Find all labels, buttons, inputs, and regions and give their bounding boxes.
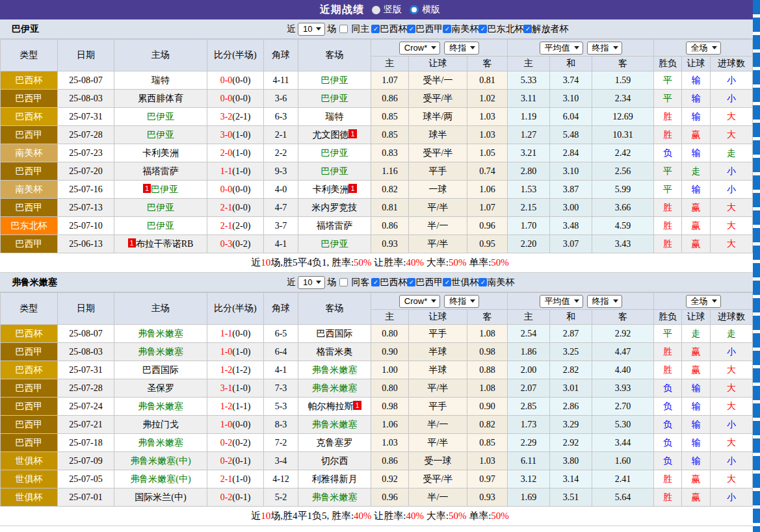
avg-draw: 3.80 bbox=[550, 452, 592, 470]
avg-away: 1.59 bbox=[592, 71, 654, 90]
result-goals: 小 bbox=[711, 71, 753, 90]
summary-stat-value: 50% bbox=[354, 257, 372, 268]
avg-away: 3.44 bbox=[592, 434, 654, 452]
same-venue-checkbox[interactable] bbox=[339, 278, 348, 286]
radio-unselected-icon[interactable] bbox=[410, 5, 419, 14]
corner-score: 3-7 bbox=[264, 217, 298, 235]
odds-time-select[interactable]: 终指 bbox=[444, 295, 479, 308]
team-name: 巴伊亚 bbox=[321, 166, 348, 176]
league-checkbox[interactable]: ✓ bbox=[371, 25, 380, 33]
match-row: 巴西甲 25-06-13 1布拉干蒂诺RB 0-3(0-2) 4-1 巴伊亚 0… bbox=[1, 235, 753, 253]
same-venue-checkbox[interactable] bbox=[339, 25, 348, 33]
team-name: 巴伊亚 bbox=[321, 94, 348, 103]
page-header: 近期战绩 竖版 横版 bbox=[0, 0, 760, 19]
match-count-select[interactable]: 10 bbox=[298, 276, 325, 289]
match-count-select[interactable]: 10 bbox=[298, 23, 325, 36]
score: 3-2(2-1) bbox=[207, 108, 264, 126]
avg-away: 2.34 bbox=[592, 90, 654, 108]
avg-home: 1.73 bbox=[508, 416, 550, 434]
radio-selected-icon[interactable] bbox=[372, 6, 380, 14]
odds-source-select[interactable]: Crow* bbox=[399, 295, 440, 308]
match-row: 世俱杯 25-07-09 弗鲁米嫩塞(中) 0-2(0-1) 3-4 切尔西 0… bbox=[1, 452, 753, 470]
avg-away: 3.43 bbox=[592, 235, 654, 253]
corner-score: 4-1 bbox=[264, 361, 298, 379]
avg-draw: 2.86 bbox=[550, 398, 592, 416]
score-halftime: (1-0) bbox=[232, 130, 250, 140]
section-filter-bar: 弗鲁米嫩塞 近 10 场 同客 ✓巴西杯 ✓巴西甲 ✓世俱杯 ✓南美杯 bbox=[0, 273, 760, 292]
avg-time-select[interactable]: 终指 bbox=[587, 295, 622, 308]
result-goals: 大 bbox=[711, 126, 753, 144]
score-halftime: (0-1) bbox=[232, 492, 250, 502]
home-team: 1布拉干蒂诺RB bbox=[114, 235, 207, 253]
score: 1-0(0-0) bbox=[207, 416, 264, 434]
home-team: 瑞特 bbox=[114, 71, 207, 90]
result-outcome: 胜 bbox=[654, 126, 682, 144]
avg-home: 2.15 bbox=[508, 199, 550, 217]
avg-home: 2.54 bbox=[508, 325, 550, 343]
away-team: 巴伊亚 bbox=[298, 90, 371, 108]
league-checkbox-label: 巴东北杯 bbox=[487, 23, 523, 35]
avg-group-header: 平均值 终指 bbox=[508, 293, 654, 310]
avg-select[interactable]: 平均值 bbox=[540, 295, 583, 308]
score-halftime: (0-1) bbox=[232, 456, 250, 466]
league-type-badge: 巴西甲 bbox=[1, 416, 58, 434]
league-checkbox[interactable]: ✓ bbox=[443, 25, 451, 33]
avg-home: 1.69 bbox=[508, 488, 550, 507]
layout-option-vertical[interactable]: 竖版 bbox=[372, 4, 402, 16]
col-header-avg-home: 主 bbox=[508, 310, 550, 325]
avg-select[interactable]: 平均值 bbox=[540, 42, 583, 55]
chevron-down-icon bbox=[431, 46, 436, 49]
league-checkbox[interactable]: ✓ bbox=[478, 278, 487, 286]
layout-option-horizontal[interactable]: 横版 bbox=[410, 4, 440, 16]
odds-handicap: 平手 bbox=[409, 325, 467, 343]
near-label: 近 bbox=[287, 277, 296, 288]
score: 0-2(0-1) bbox=[207, 488, 264, 507]
league-checkbox[interactable]: ✓ bbox=[478, 25, 487, 33]
odds-source-select[interactable]: Crow* bbox=[399, 42, 440, 55]
chevron-down-icon bbox=[712, 46, 717, 49]
avg-away: 4.47 bbox=[592, 343, 654, 361]
chevron-down-icon bbox=[316, 27, 321, 31]
summary-stat-value: 50% bbox=[491, 257, 509, 268]
team-name: 巴伊亚 bbox=[321, 75, 348, 85]
col-header-odds-handicap: 让球 bbox=[409, 57, 467, 71]
avg-away: 4.59 bbox=[592, 217, 654, 235]
col-header-avg-draw: 和 bbox=[550, 310, 592, 325]
avg-draw: 3.87 bbox=[550, 181, 592, 199]
score-fulltime: 3-2 bbox=[220, 112, 233, 121]
col-header-home: 主场 bbox=[114, 293, 207, 325]
odds-home: 0.90 bbox=[371, 343, 409, 361]
match-row: 南美杯 25-07-23 卡利美洲 2-0(1-0) 2-2 巴伊亚 0.83 … bbox=[1, 144, 753, 162]
odds-away: 0.95 bbox=[467, 235, 508, 253]
avg-home: 5.33 bbox=[508, 71, 550, 90]
avg-time-select[interactable]: 终指 bbox=[587, 42, 622, 55]
result-handicap: 赢 bbox=[682, 235, 711, 253]
match-date: 25-08-07 bbox=[58, 71, 114, 90]
match-row: 巴西杯 25-07-31 巴伊亚 3-2(2-1) 6-3 瑞特 0.85 球半… bbox=[1, 108, 753, 126]
league-checkbox[interactable]: ✓ bbox=[443, 278, 451, 286]
result-handicap: 输 bbox=[682, 108, 711, 126]
scope-select[interactable]: 全场 bbox=[686, 42, 721, 55]
col-header-result-handicap: 让球 bbox=[682, 310, 711, 325]
avg-draw: 2.84 bbox=[550, 144, 592, 162]
odds-away: 0.96 bbox=[467, 217, 508, 235]
score-fulltime: 1-1 bbox=[220, 329, 233, 338]
summary-stat-label: 单率: bbox=[466, 257, 491, 268]
match-row: 巴西甲 25-07-13 巴伊亚 2-1(0-0) 4-7 米内罗竞技 0.81… bbox=[1, 199, 753, 217]
scope-select[interactable]: 全场 bbox=[686, 295, 721, 308]
match-row: 巴西甲 25-07-18 弗鲁米嫩塞 0-2(0-2) 7-2 克鲁塞罗 1.0… bbox=[1, 434, 753, 452]
league-checkbox[interactable]: ✓ bbox=[407, 25, 415, 33]
score: 2-1(0-0) bbox=[207, 199, 264, 217]
chevron-down-icon bbox=[574, 46, 579, 49]
team-section-fluminense: 弗鲁米嫩塞 近 10 场 同客 ✓巴西杯 ✓巴西甲 ✓世俱杯 ✓南美杯 类型 日… bbox=[0, 273, 760, 526]
odds-away: 0.90 bbox=[467, 398, 508, 416]
league-checkbox[interactable]: ✓ bbox=[523, 25, 532, 33]
league-type-badge: 巴西甲 bbox=[1, 90, 58, 108]
result-goals: 走 bbox=[711, 325, 753, 343]
odds-time-select[interactable]: 终指 bbox=[444, 42, 479, 55]
col-header-score: 比分(半场) bbox=[207, 40, 264, 71]
league-checkbox[interactable]: ✓ bbox=[407, 278, 415, 286]
league-checkbox[interactable]: ✓ bbox=[371, 278, 380, 286]
odds-home: 0.82 bbox=[371, 181, 409, 199]
right-scrollbar[interactable] bbox=[753, 0, 760, 532]
